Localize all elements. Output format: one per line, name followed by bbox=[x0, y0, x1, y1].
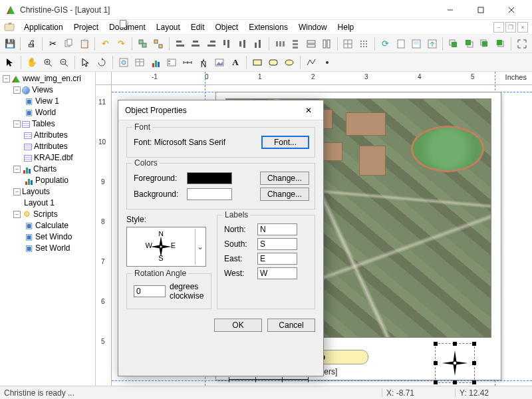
insert-scalebar-tool[interactable] bbox=[180, 55, 195, 70]
draw-rect-tool[interactable] bbox=[250, 55, 265, 70]
draw-ellipse-tool[interactable] bbox=[282, 55, 297, 70]
dialog-close-button[interactable]: ✕ bbox=[301, 102, 317, 118]
tree-tables[interactable]: Tables bbox=[32, 118, 55, 130]
print-button[interactable]: 🖨 bbox=[24, 37, 38, 51]
zoom-in-tool[interactable] bbox=[41, 55, 55, 70]
align-bottom-button[interactable] bbox=[251, 37, 265, 51]
tree-item[interactable]: KRAJE.dbf bbox=[34, 152, 73, 164]
menu-edit[interactable]: Edit bbox=[187, 21, 209, 33]
dialog-titlebar[interactable]: Object Properties ✕ bbox=[118, 100, 323, 120]
north-arrow-object[interactable] bbox=[435, 343, 475, 383]
align-right-button[interactable] bbox=[204, 37, 218, 51]
window-minimize-button[interactable] bbox=[435, 0, 466, 20]
south-input[interactable] bbox=[257, 238, 297, 250]
font-button[interactable]: Font... bbox=[261, 136, 309, 149]
group-button[interactable] bbox=[136, 37, 150, 51]
tree-collapse-icon[interactable]: − bbox=[13, 211, 21, 218]
mdi-restore-button[interactable]: ❐ bbox=[505, 22, 516, 33]
menu-object[interactable]: Object bbox=[211, 21, 243, 33]
same-width-button[interactable] bbox=[304, 37, 318, 51]
same-height-button[interactable] bbox=[319, 37, 333, 51]
save-button[interactable]: 💾 bbox=[3, 37, 17, 51]
page-setup-button[interactable] bbox=[394, 37, 408, 51]
tree-scripts[interactable]: Scripts bbox=[33, 209, 58, 220]
align-middle-button[interactable] bbox=[235, 37, 249, 51]
bring-forward-button[interactable] bbox=[477, 37, 491, 51]
insert-table-tool[interactable] bbox=[132, 55, 147, 70]
draw-roundrect-tool[interactable] bbox=[266, 55, 281, 70]
tree-item[interactable]: Layout 1 bbox=[24, 198, 55, 209]
cancel-button[interactable]: Cancel bbox=[267, 319, 315, 332]
mdi-close-button[interactable]: × bbox=[517, 22, 528, 33]
menu-project[interactable]: Project bbox=[70, 21, 102, 33]
full-extent-button[interactable] bbox=[515, 37, 529, 51]
tree-collapse-icon[interactable]: − bbox=[3, 75, 10, 82]
distribute-h-button[interactable] bbox=[273, 37, 287, 51]
send-back-button[interactable] bbox=[462, 37, 476, 51]
menu-application[interactable]: Application bbox=[20, 21, 67, 33]
insert-image-tool[interactable] bbox=[212, 55, 227, 70]
bring-front-button[interactable] bbox=[446, 37, 460, 51]
insert-text-tool[interactable]: A bbox=[228, 55, 243, 70]
style-dropdown[interactable]: N S W E ⌄ bbox=[126, 227, 206, 267]
select-tool[interactable] bbox=[3, 55, 17, 70]
menu-document[interactable]: Document bbox=[105, 21, 150, 33]
tree-item[interactable]: Attributes bbox=[34, 130, 68, 141]
insert-legend-tool[interactable] bbox=[164, 55, 179, 70]
change-foreground-button[interactable]: Change... bbox=[260, 172, 309, 185]
ok-button[interactable]: OK bbox=[214, 319, 262, 332]
menu-layout[interactable]: Layout bbox=[152, 21, 184, 33]
paste-button[interactable]: 📋 bbox=[77, 37, 91, 51]
north-input[interactable] bbox=[257, 223, 297, 235]
tree-item[interactable]: View 1 bbox=[35, 96, 59, 107]
insert-northarrow-tool[interactable]: N bbox=[196, 55, 211, 70]
ungroup-button[interactable] bbox=[152, 37, 166, 51]
undo-button[interactable]: ↶ bbox=[98, 37, 112, 51]
grid-props-button[interactable] bbox=[341, 37, 355, 51]
change-background-button[interactable]: Change... bbox=[260, 188, 309, 201]
menu-help[interactable]: Help bbox=[334, 21, 358, 33]
project-tree[interactable]: − www_img_en.cri −Views ▣View 1 ▣World −… bbox=[0, 72, 95, 255]
edit-vertices-tool[interactable] bbox=[78, 55, 93, 70]
draw-polyline-tool[interactable] bbox=[304, 55, 319, 70]
tree-item[interactable]: Calculate bbox=[35, 220, 68, 231]
insert-chart-tool[interactable] bbox=[148, 55, 163, 70]
rotation-input[interactable] bbox=[134, 285, 166, 297]
tree-item[interactable]: Attributes bbox=[34, 141, 68, 152]
tree-collapse-icon[interactable]: − bbox=[13, 166, 21, 173]
tree-collapse-icon[interactable]: − bbox=[13, 86, 21, 94]
east-input[interactable] bbox=[257, 253, 297, 265]
redo-button[interactable]: ↷ bbox=[114, 37, 128, 51]
tree-item[interactable]: Set World bbox=[35, 243, 70, 254]
window-close-button[interactable] bbox=[496, 0, 527, 20]
insert-view-tool[interactable] bbox=[116, 55, 131, 70]
tree-collapse-icon[interactable]: − bbox=[13, 188, 21, 196]
draw-point-tool[interactable] bbox=[320, 55, 334, 70]
align-left-button[interactable] bbox=[173, 37, 187, 51]
refresh-button[interactable]: ⟳ bbox=[378, 37, 392, 51]
tree-views[interactable]: Views bbox=[32, 84, 53, 96]
snap-grid-button[interactable] bbox=[356, 37, 370, 51]
tree-charts[interactable]: Charts bbox=[33, 164, 57, 175]
layout-props-button[interactable] bbox=[410, 37, 424, 51]
align-top-button[interactable] bbox=[219, 37, 233, 51]
tree-item[interactable]: Populatio bbox=[35, 175, 68, 186]
tree-item[interactable]: Set Windo bbox=[35, 231, 72, 243]
distribute-v-button[interactable] bbox=[288, 37, 302, 51]
export-button[interactable] bbox=[425, 37, 439, 51]
mdi-minimize-button[interactable]: – bbox=[493, 22, 504, 33]
window-maximize-button[interactable] bbox=[466, 0, 496, 20]
pan-tool[interactable]: ✋ bbox=[25, 55, 39, 70]
cut-button[interactable]: ✂ bbox=[46, 37, 60, 51]
zoom-out-tool[interactable] bbox=[57, 55, 71, 70]
tree-item[interactable]: World bbox=[35, 107, 56, 118]
copy-button[interactable] bbox=[61, 37, 75, 51]
tree-collapse-icon[interactable]: − bbox=[13, 120, 21, 128]
send-backward-button[interactable] bbox=[493, 37, 507, 51]
rotate-tool[interactable] bbox=[94, 55, 109, 70]
menu-extensions[interactable]: Extensions bbox=[245, 21, 292, 33]
menu-window[interactable]: Window bbox=[295, 21, 331, 33]
west-input[interactable] bbox=[257, 267, 297, 279]
tree-root[interactable]: www_img_en.cri bbox=[23, 73, 81, 84]
align-center-button[interactable] bbox=[189, 37, 203, 51]
